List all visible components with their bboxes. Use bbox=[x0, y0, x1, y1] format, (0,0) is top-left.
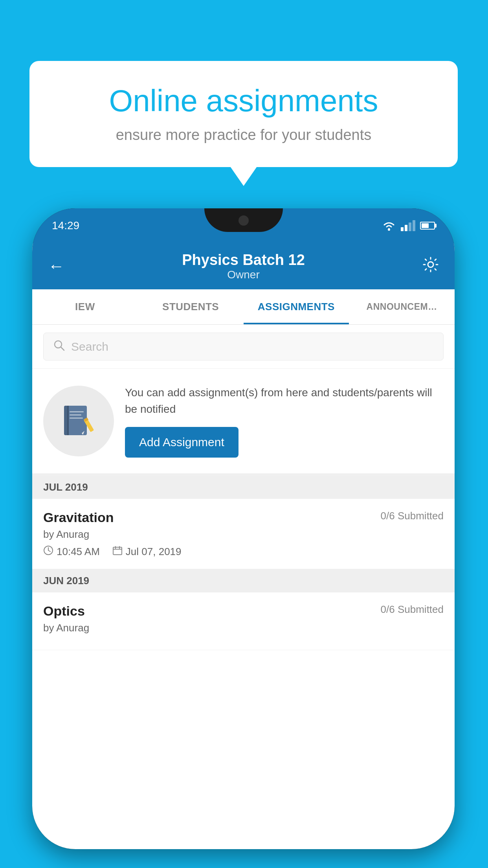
svg-point-0 bbox=[388, 228, 390, 231]
svg-line-3 bbox=[61, 347, 64, 350]
svg-point-1 bbox=[428, 262, 433, 267]
svg-rect-16 bbox=[113, 547, 122, 555]
svg-rect-7 bbox=[70, 411, 84, 412]
tooltip-subtitle: ensure more practice for your students bbox=[55, 127, 432, 143]
tooltip-card: Online assignments ensure more practice … bbox=[29, 61, 458, 167]
tabs-bar: IEW STUDENTS ASSIGNMENTS ANNOUNCEM… bbox=[32, 289, 455, 325]
wifi-icon bbox=[382, 220, 396, 231]
svg-rect-9 bbox=[70, 417, 83, 419]
assignment-optics-submitted: 0/6 Submitted bbox=[381, 603, 444, 616]
phone-frame: 14:29 bbox=[32, 208, 455, 849]
signal-icon bbox=[401, 220, 415, 231]
clock-icon bbox=[43, 545, 53, 558]
camera-dot bbox=[238, 215, 249, 226]
back-button[interactable]: ← bbox=[48, 257, 64, 276]
header-subtitle: Owner bbox=[182, 268, 305, 281]
header-title: Physics Batch 12 bbox=[182, 252, 305, 268]
assignment-time-text: 10:45 AM bbox=[57, 546, 100, 558]
header-center: Physics Batch 12 Owner bbox=[182, 252, 305, 281]
tooltip-title: Online assignments bbox=[55, 83, 432, 120]
status-bar: 14:29 bbox=[32, 208, 455, 243]
assignment-top-row: Gravitation 0/6 Submitted bbox=[43, 510, 444, 525]
add-assignment-button[interactable]: Add Assignment bbox=[125, 427, 238, 458]
status-time: 14:29 bbox=[52, 219, 79, 232]
search-bar[interactable]: Search bbox=[43, 333, 444, 360]
search-input-placeholder: Search bbox=[71, 340, 108, 353]
assignment-name: Gravitation bbox=[43, 510, 114, 525]
section-header-jul: JUL 2019 bbox=[32, 476, 455, 499]
assignment-time: 10:45 AM bbox=[43, 545, 100, 558]
notch-cutout bbox=[204, 208, 283, 232]
assignment-by: by Anurag bbox=[43, 528, 444, 541]
assignment-submitted: 0/6 Submitted bbox=[381, 510, 444, 522]
assignment-date: Jul 07, 2019 bbox=[112, 545, 182, 558]
empty-state: You can add assignment(s) from here and … bbox=[32, 369, 455, 476]
search-icon bbox=[53, 339, 65, 354]
tab-students[interactable]: STUDENTS bbox=[138, 289, 244, 324]
phone-screen: ← Physics Batch 12 Owner IEW STUDENTS AS… bbox=[32, 243, 455, 849]
assignment-date-text: Jul 07, 2019 bbox=[126, 546, 182, 558]
assignment-optics-top-row: Optics 0/6 Submitted bbox=[43, 603, 444, 619]
settings-button[interactable] bbox=[422, 256, 439, 276]
status-icons bbox=[382, 220, 435, 231]
svg-rect-6 bbox=[67, 406, 69, 435]
tab-announcements[interactable]: ANNOUNCEM… bbox=[349, 289, 455, 324]
calendar-icon bbox=[112, 545, 123, 558]
app-header: ← Physics Batch 12 Owner bbox=[32, 243, 455, 289]
assignment-optics-by: by Anurag bbox=[43, 622, 444, 634]
assignment-optics-name: Optics bbox=[43, 603, 85, 619]
assignment-item-gravitation[interactable]: Gravitation 0/6 Submitted by Anurag 10:4… bbox=[32, 499, 455, 569]
search-container: Search bbox=[32, 325, 455, 369]
empty-text-area: You can add assignment(s) from here and … bbox=[125, 384, 444, 458]
assignment-item-optics[interactable]: Optics 0/6 Submitted by Anurag bbox=[32, 592, 455, 650]
section-header-jun: JUN 2019 bbox=[32, 569, 455, 592]
tab-assignments[interactable]: ASSIGNMENTS bbox=[244, 289, 349, 324]
notebook-icon bbox=[60, 403, 97, 440]
svg-line-15 bbox=[48, 550, 50, 552]
empty-icon-circle bbox=[43, 386, 114, 456]
assignment-meta: 10:45 AM Jul 07, 2019 bbox=[43, 545, 444, 558]
svg-rect-8 bbox=[70, 414, 81, 416]
empty-description: You can add assignment(s) from here and … bbox=[125, 384, 444, 417]
tab-iew[interactable]: IEW bbox=[32, 289, 138, 324]
battery-icon bbox=[420, 222, 435, 230]
